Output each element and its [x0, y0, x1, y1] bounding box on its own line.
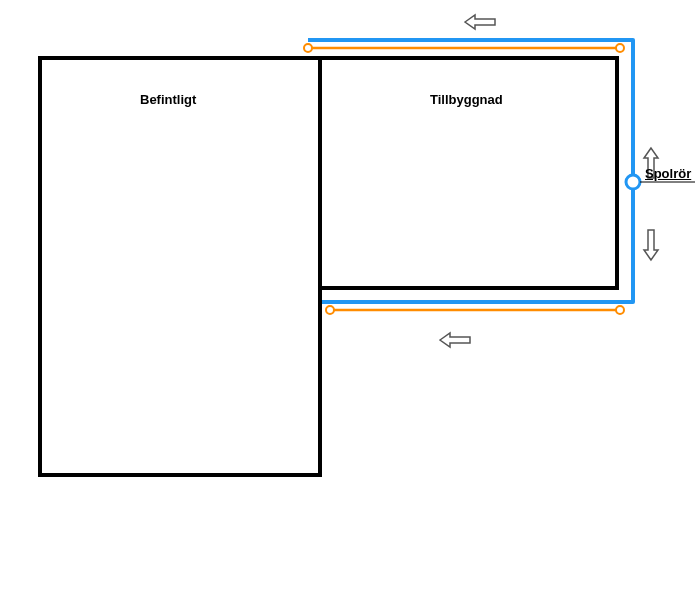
arrow-left-bottom	[440, 333, 470, 347]
diagram-canvas	[0, 0, 700, 595]
arrow-left-top	[465, 15, 495, 29]
orange-endpoint	[326, 306, 334, 314]
label-spolror: Spolrör	[645, 166, 691, 181]
orange-endpoint	[304, 44, 312, 52]
orange-endpoint	[616, 44, 624, 52]
arrow-down-right	[644, 230, 658, 260]
building-existing	[40, 58, 320, 475]
label-extension: Tillbyggnad	[430, 92, 503, 107]
orange-endpoint	[616, 306, 624, 314]
label-existing: Befintligt	[140, 92, 196, 107]
spolror-circle	[626, 175, 640, 189]
